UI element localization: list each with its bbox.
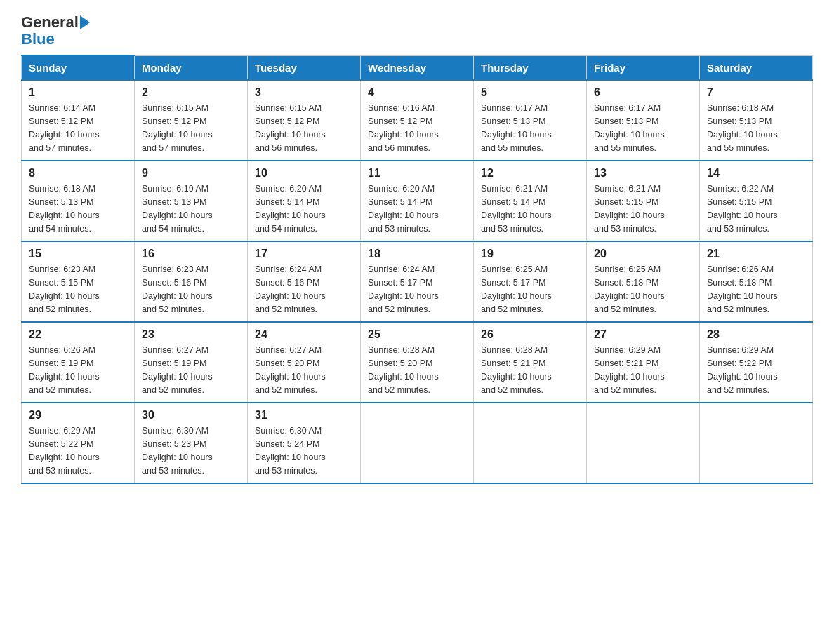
calendar-cell: 24 Sunrise: 6:27 AM Sunset: 5:20 PM Dayl… bbox=[248, 322, 361, 403]
day-info: Sunrise: 6:23 AM Sunset: 5:15 PM Dayligh… bbox=[29, 263, 127, 316]
day-info: Sunrise: 6:25 AM Sunset: 5:18 PM Dayligh… bbox=[594, 263, 692, 316]
calendar-week-row: 1 Sunrise: 6:14 AM Sunset: 5:12 PM Dayli… bbox=[22, 80, 813, 161]
day-number: 28 bbox=[707, 328, 805, 341]
calendar-week-row: 29 Sunrise: 6:29 AM Sunset: 5:22 PM Dayl… bbox=[22, 403, 813, 483]
weekday-header-sunday: Sunday bbox=[22, 55, 135, 80]
day-info: Sunrise: 6:24 AM Sunset: 5:16 PM Dayligh… bbox=[255, 263, 353, 316]
day-number: 23 bbox=[142, 328, 240, 341]
logo-triangle-icon bbox=[80, 15, 90, 29]
calendar-cell: 20 Sunrise: 6:25 AM Sunset: 5:18 PM Dayl… bbox=[587, 241, 700, 322]
weekday-header-monday: Monday bbox=[135, 55, 248, 80]
logo: General Blue bbox=[21, 14, 90, 48]
day-info: Sunrise: 6:22 AM Sunset: 5:15 PM Dayligh… bbox=[707, 182, 805, 235]
calendar-cell: 17 Sunrise: 6:24 AM Sunset: 5:16 PM Dayl… bbox=[248, 241, 361, 322]
day-info: Sunrise: 6:27 AM Sunset: 5:20 PM Dayligh… bbox=[255, 344, 353, 396]
day-info: Sunrise: 6:21 AM Sunset: 5:15 PM Dayligh… bbox=[594, 182, 692, 235]
day-number: 3 bbox=[255, 86, 353, 99]
day-info: Sunrise: 6:18 AM Sunset: 5:13 PM Dayligh… bbox=[29, 182, 127, 235]
day-number: 13 bbox=[594, 167, 692, 180]
day-number: 2 bbox=[142, 86, 240, 99]
weekday-header-tuesday: Tuesday bbox=[248, 55, 361, 80]
calendar-cell: 16 Sunrise: 6:23 AM Sunset: 5:16 PM Dayl… bbox=[135, 241, 248, 322]
calendar-cell: 15 Sunrise: 6:23 AM Sunset: 5:15 PM Dayl… bbox=[22, 241, 135, 322]
day-number: 25 bbox=[368, 328, 466, 341]
day-info: Sunrise: 6:24 AM Sunset: 5:17 PM Dayligh… bbox=[368, 263, 466, 316]
calendar-table: SundayMondayTuesdayWednesdayThursdayFrid… bbox=[21, 55, 813, 484]
day-number: 7 bbox=[707, 86, 805, 99]
day-info: Sunrise: 6:16 AM Sunset: 5:12 PM Dayligh… bbox=[368, 102, 466, 154]
day-info: Sunrise: 6:23 AM Sunset: 5:16 PM Dayligh… bbox=[142, 263, 240, 316]
page-header: General Blue bbox=[21, 14, 813, 48]
day-number: 5 bbox=[481, 86, 579, 99]
day-info: Sunrise: 6:30 AM Sunset: 5:23 PM Dayligh… bbox=[142, 424, 240, 477]
calendar-cell: 6 Sunrise: 6:17 AM Sunset: 5:13 PM Dayli… bbox=[587, 80, 700, 161]
day-info: Sunrise: 6:14 AM Sunset: 5:12 PM Dayligh… bbox=[29, 102, 127, 154]
day-number: 20 bbox=[594, 248, 692, 260]
day-number: 22 bbox=[29, 328, 127, 341]
day-info: Sunrise: 6:25 AM Sunset: 5:17 PM Dayligh… bbox=[481, 263, 579, 316]
day-info: Sunrise: 6:17 AM Sunset: 5:13 PM Dayligh… bbox=[594, 102, 692, 154]
day-info: Sunrise: 6:26 AM Sunset: 5:19 PM Dayligh… bbox=[29, 344, 127, 396]
day-number: 16 bbox=[142, 248, 240, 260]
calendar-cell: 18 Sunrise: 6:24 AM Sunset: 5:17 PM Dayl… bbox=[361, 241, 474, 322]
day-number: 8 bbox=[29, 167, 127, 180]
calendar-cell: 7 Sunrise: 6:18 AM Sunset: 5:13 PM Dayli… bbox=[700, 80, 813, 161]
day-info: Sunrise: 6:27 AM Sunset: 5:19 PM Dayligh… bbox=[142, 344, 240, 396]
day-number: 1 bbox=[29, 86, 127, 99]
day-number: 15 bbox=[29, 248, 127, 260]
day-info: Sunrise: 6:17 AM Sunset: 5:13 PM Dayligh… bbox=[481, 102, 579, 154]
calendar-cell bbox=[700, 403, 813, 483]
calendar-cell: 13 Sunrise: 6:21 AM Sunset: 5:15 PM Dayl… bbox=[587, 161, 700, 241]
day-number: 29 bbox=[29, 409, 127, 422]
calendar-cell: 4 Sunrise: 6:16 AM Sunset: 5:12 PM Dayli… bbox=[361, 80, 474, 161]
calendar-cell: 31 Sunrise: 6:30 AM Sunset: 5:24 PM Dayl… bbox=[248, 403, 361, 483]
day-number: 30 bbox=[142, 409, 240, 422]
day-info: Sunrise: 6:18 AM Sunset: 5:13 PM Dayligh… bbox=[707, 102, 805, 154]
day-info: Sunrise: 6:29 AM Sunset: 5:22 PM Dayligh… bbox=[29, 424, 127, 477]
calendar-week-row: 22 Sunrise: 6:26 AM Sunset: 5:19 PM Dayl… bbox=[22, 322, 813, 403]
day-number: 24 bbox=[255, 328, 353, 341]
day-number: 27 bbox=[594, 328, 692, 341]
calendar-week-row: 15 Sunrise: 6:23 AM Sunset: 5:15 PM Dayl… bbox=[22, 241, 813, 322]
day-info: Sunrise: 6:19 AM Sunset: 5:13 PM Dayligh… bbox=[142, 182, 240, 235]
weekday-header-wednesday: Wednesday bbox=[361, 55, 474, 80]
day-info: Sunrise: 6:20 AM Sunset: 5:14 PM Dayligh… bbox=[255, 182, 353, 235]
weekday-header-saturday: Saturday bbox=[700, 55, 813, 80]
day-info: Sunrise: 6:15 AM Sunset: 5:12 PM Dayligh… bbox=[255, 102, 353, 154]
calendar-cell: 19 Sunrise: 6:25 AM Sunset: 5:17 PM Dayl… bbox=[474, 241, 587, 322]
day-number: 12 bbox=[481, 167, 579, 180]
calendar-cell: 11 Sunrise: 6:20 AM Sunset: 5:14 PM Dayl… bbox=[361, 161, 474, 241]
calendar-cell: 30 Sunrise: 6:30 AM Sunset: 5:23 PM Dayl… bbox=[135, 403, 248, 483]
calendar-cell: 5 Sunrise: 6:17 AM Sunset: 5:13 PM Dayli… bbox=[474, 80, 587, 161]
day-info: Sunrise: 6:28 AM Sunset: 5:21 PM Dayligh… bbox=[481, 344, 579, 396]
day-number: 21 bbox=[707, 248, 805, 260]
day-number: 6 bbox=[594, 86, 692, 99]
calendar-cell: 26 Sunrise: 6:28 AM Sunset: 5:21 PM Dayl… bbox=[474, 322, 587, 403]
calendar-cell: 25 Sunrise: 6:28 AM Sunset: 5:20 PM Dayl… bbox=[361, 322, 474, 403]
calendar-cell bbox=[361, 403, 474, 483]
calendar-cell: 21 Sunrise: 6:26 AM Sunset: 5:18 PM Dayl… bbox=[700, 241, 813, 322]
calendar-week-row: 8 Sunrise: 6:18 AM Sunset: 5:13 PM Dayli… bbox=[22, 161, 813, 241]
calendar-cell bbox=[474, 403, 587, 483]
logo-blue: Blue bbox=[21, 31, 55, 48]
day-info: Sunrise: 6:21 AM Sunset: 5:14 PM Dayligh… bbox=[481, 182, 579, 235]
day-info: Sunrise: 6:29 AM Sunset: 5:22 PM Dayligh… bbox=[707, 344, 805, 396]
calendar-cell: 1 Sunrise: 6:14 AM Sunset: 5:12 PM Dayli… bbox=[22, 80, 135, 161]
day-number: 26 bbox=[481, 328, 579, 341]
calendar-cell: 23 Sunrise: 6:27 AM Sunset: 5:19 PM Dayl… bbox=[135, 322, 248, 403]
calendar-cell: 9 Sunrise: 6:19 AM Sunset: 5:13 PM Dayli… bbox=[135, 161, 248, 241]
calendar-cell: 12 Sunrise: 6:21 AM Sunset: 5:14 PM Dayl… bbox=[474, 161, 587, 241]
weekday-header-friday: Friday bbox=[587, 55, 700, 80]
day-number: 31 bbox=[255, 409, 353, 422]
calendar-header-row: SundayMondayTuesdayWednesdayThursdayFrid… bbox=[22, 55, 813, 80]
weekday-header-thursday: Thursday bbox=[474, 55, 587, 80]
calendar-cell: 22 Sunrise: 6:26 AM Sunset: 5:19 PM Dayl… bbox=[22, 322, 135, 403]
calendar-cell: 10 Sunrise: 6:20 AM Sunset: 5:14 PM Dayl… bbox=[248, 161, 361, 241]
day-number: 4 bbox=[368, 86, 466, 99]
day-info: Sunrise: 6:29 AM Sunset: 5:21 PM Dayligh… bbox=[594, 344, 692, 396]
calendar-cell: 8 Sunrise: 6:18 AM Sunset: 5:13 PM Dayli… bbox=[22, 161, 135, 241]
day-number: 10 bbox=[255, 167, 353, 180]
day-number: 11 bbox=[368, 167, 466, 180]
calendar-cell: 2 Sunrise: 6:15 AM Sunset: 5:12 PM Dayli… bbox=[135, 80, 248, 161]
logo-general: General bbox=[21, 14, 79, 31]
